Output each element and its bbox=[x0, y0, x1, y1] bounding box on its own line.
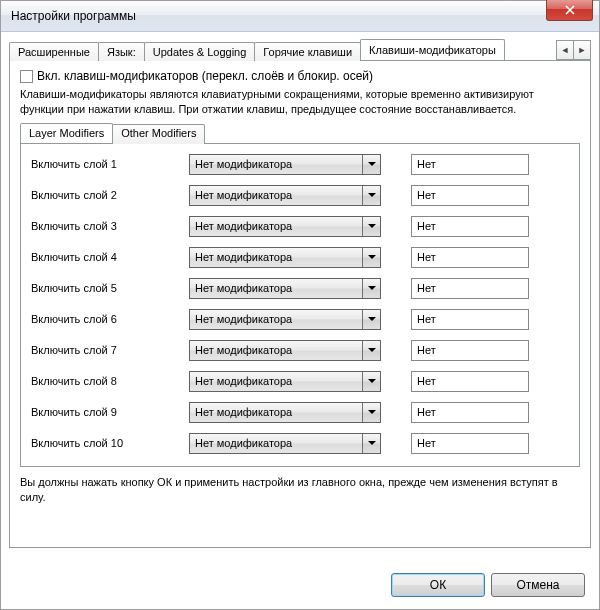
chevron-down-icon bbox=[362, 155, 380, 174]
modifier-row: Включить слой 8 Нет модификатора Нет bbox=[31, 371, 569, 392]
modifier-combo[interactable]: Нет модификатора bbox=[189, 154, 381, 175]
modifier-label: Включить слой 4 bbox=[31, 251, 179, 263]
chevron-right-icon: ► bbox=[578, 45, 587, 55]
chevron-down-icon bbox=[362, 217, 380, 236]
layer-modifiers-panel: Включить слой 1 Нет модификатора Нет Вкл… bbox=[20, 143, 580, 467]
modifier-value[interactable]: Нет bbox=[411, 154, 529, 175]
cancel-button[interactable]: Отмена bbox=[491, 573, 585, 597]
modifier-label: Включить слой 3 bbox=[31, 220, 179, 232]
chevron-down-icon bbox=[362, 434, 380, 453]
description-text: Клавиши-модификаторы являются клавиатурн… bbox=[20, 87, 580, 117]
modifier-label: Включить слой 7 bbox=[31, 344, 179, 356]
chevron-left-icon: ◄ bbox=[561, 45, 570, 55]
tab-other-modifiers[interactable]: Other Modifiers bbox=[112, 124, 205, 144]
outer-tabstrip: Расширенные Язык: Updates & Logging Горя… bbox=[9, 38, 591, 60]
tab-hotkeys[interactable]: Горячие клавиши bbox=[254, 42, 361, 61]
modifier-label: Включить слой 6 bbox=[31, 313, 179, 325]
modifier-value[interactable]: Нет bbox=[411, 402, 529, 423]
modifier-label: Включить слой 2 bbox=[31, 189, 179, 201]
modifier-value[interactable]: Нет bbox=[411, 340, 529, 361]
modifier-value[interactable]: Нет bbox=[411, 247, 529, 268]
combo-text: Нет модификатора bbox=[190, 248, 362, 267]
enable-modifiers-row: Вкл. клавиш-модификаторов (перекл. слоёв… bbox=[20, 69, 580, 83]
combo-text: Нет модификатора bbox=[190, 186, 362, 205]
combo-text: Нет модификатора bbox=[190, 434, 362, 453]
tab-scroll-right[interactable]: ► bbox=[573, 40, 591, 60]
tab-updates-logging[interactable]: Updates & Logging bbox=[144, 42, 256, 61]
combo-text: Нет модификатора bbox=[190, 403, 362, 422]
chevron-down-icon bbox=[362, 279, 380, 298]
modifier-label: Включить слой 1 bbox=[31, 158, 179, 170]
modifier-combo[interactable]: Нет модификатора bbox=[189, 185, 381, 206]
combo-text: Нет модификатора bbox=[190, 372, 362, 391]
combo-text: Нет модификатора bbox=[190, 155, 362, 174]
modifier-row: Включить слой 6 Нет модификатора Нет bbox=[31, 309, 569, 330]
modifier-row: Включить слой 7 Нет модификатора Нет bbox=[31, 340, 569, 361]
chevron-down-icon bbox=[362, 341, 380, 360]
modifier-value[interactable]: Нет bbox=[411, 278, 529, 299]
modifier-value[interactable]: Нет bbox=[411, 185, 529, 206]
dialog-buttons: ОК Отмена bbox=[391, 573, 585, 597]
modifier-combo[interactable]: Нет модификатора bbox=[189, 371, 381, 392]
tab-layer-modifiers[interactable]: Layer Modifiers bbox=[20, 123, 113, 143]
modifier-value[interactable]: Нет bbox=[411, 216, 529, 237]
chevron-down-icon bbox=[362, 186, 380, 205]
modifier-combo[interactable]: Нет модификатора bbox=[189, 433, 381, 454]
chevron-down-icon bbox=[362, 403, 380, 422]
modifier-row: Включить слой 2 Нет модификатора Нет bbox=[31, 185, 569, 206]
combo-text: Нет модификатора bbox=[190, 217, 362, 236]
close-icon bbox=[565, 5, 575, 15]
tab-language[interactable]: Язык: bbox=[98, 42, 145, 61]
titlebar: Настройки программы bbox=[1, 1, 599, 32]
tab-panel: Вкл. клавиш-модификаторов (перекл. слоёв… bbox=[9, 60, 591, 548]
modifier-label: Включить слой 5 bbox=[31, 282, 179, 294]
modifier-combo[interactable]: Нет модификатора bbox=[189, 247, 381, 268]
modifier-row: Включить слой 4 Нет модификатора Нет bbox=[31, 247, 569, 268]
modifier-label: Включить слой 10 bbox=[31, 437, 179, 449]
inner-tabstrip: Layer Modifiers Other Modifiers bbox=[20, 123, 580, 143]
modifier-label: Включить слой 9 bbox=[31, 406, 179, 418]
modifier-row: Включить слой 3 Нет модификатора Нет bbox=[31, 216, 569, 237]
modifier-combo[interactable]: Нет модификатора bbox=[189, 278, 381, 299]
chevron-down-icon bbox=[362, 310, 380, 329]
chevron-down-icon bbox=[362, 372, 380, 391]
tab-modifier-keys[interactable]: Клавиши-модификаторы bbox=[360, 39, 505, 60]
modifier-combo[interactable]: Нет модификатора bbox=[189, 216, 381, 237]
combo-text: Нет модификатора bbox=[190, 279, 362, 298]
enable-modifiers-checkbox[interactable] bbox=[20, 70, 33, 83]
settings-window: Настройки программы Расширенные Язык: Up… bbox=[0, 0, 600, 610]
modifier-row: Включить слой 5 Нет модификатора Нет bbox=[31, 278, 569, 299]
modifier-label: Включить слой 8 bbox=[31, 375, 179, 387]
modifier-combo[interactable]: Нет модификатора bbox=[189, 309, 381, 330]
modifier-value[interactable]: Нет bbox=[411, 433, 529, 454]
combo-text: Нет модификатора bbox=[190, 310, 362, 329]
tab-scroll-left[interactable]: ◄ bbox=[556, 40, 574, 60]
close-button[interactable] bbox=[546, 0, 593, 21]
footnote-text: Вы должны нажать кнопку ОК и применить н… bbox=[20, 475, 580, 505]
modifier-value[interactable]: Нет bbox=[411, 371, 529, 392]
window-title: Настройки программы bbox=[11, 9, 136, 23]
modifier-row: Включить слой 9 Нет модификатора Нет bbox=[31, 402, 569, 423]
combo-text: Нет модификатора bbox=[190, 341, 362, 360]
tab-extended[interactable]: Расширенные bbox=[9, 42, 99, 61]
modifier-value[interactable]: Нет bbox=[411, 309, 529, 330]
modifier-combo[interactable]: Нет модификатора bbox=[189, 340, 381, 361]
modifier-row: Включить слой 10 Нет модификатора Нет bbox=[31, 433, 569, 454]
modifier-combo[interactable]: Нет модификатора bbox=[189, 402, 381, 423]
enable-modifiers-label[interactable]: Вкл. клавиш-модификаторов (перекл. слоёв… bbox=[37, 69, 373, 83]
ok-button[interactable]: ОК bbox=[391, 573, 485, 597]
tab-scroll: ◄ ► bbox=[557, 40, 591, 60]
chevron-down-icon bbox=[362, 248, 380, 267]
modifier-row: Включить слой 1 Нет модификатора Нет bbox=[31, 154, 569, 175]
